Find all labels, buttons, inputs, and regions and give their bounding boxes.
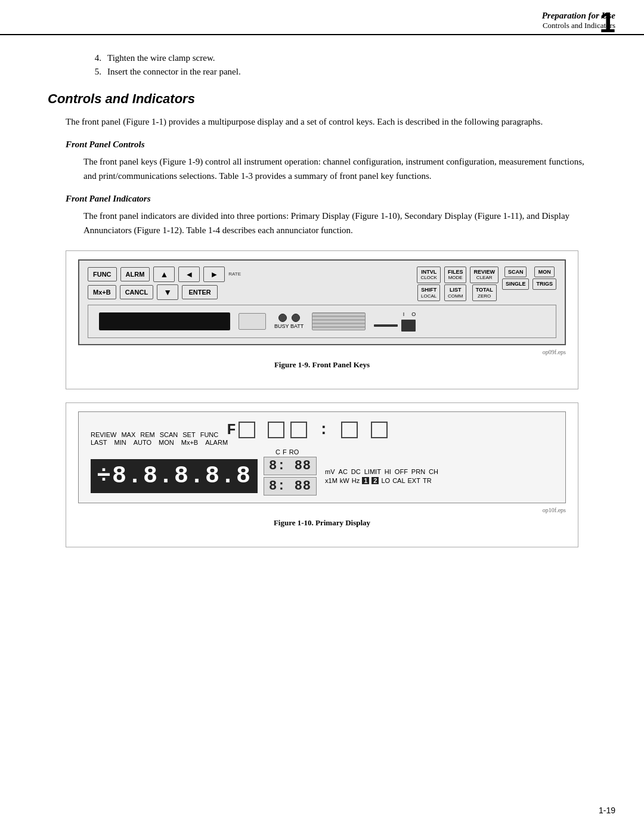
box-1: 1 <box>362 477 369 484</box>
review-key[interactable]: REVIEW CLEAR <box>470 267 499 283</box>
subsection-title-controls: Front Panel Controls <box>66 140 596 150</box>
power-labels: I O <box>403 311 416 317</box>
figure9-caption: Figure 1-9. Front Panel Keys <box>78 360 566 370</box>
busy-batt-group: BUSY BATT <box>274 314 304 329</box>
batt-dot <box>292 314 300 322</box>
subsection-body-controls: The front panel keys (Figure 1-9) contro… <box>83 154 596 183</box>
files-key[interactable]: FILES MODE <box>444 267 467 283</box>
main-7seg-display: ÷8.8.8.8.8 <box>91 459 258 493</box>
intvl-key[interactable]: INTVL CLOCK <box>417 267 441 283</box>
list-item: Tighten the wire clamp screw. <box>83 53 596 63</box>
power-line <box>374 324 398 327</box>
section-title: Controls and Indicators <box>48 91 596 107</box>
pd-top-row2: LAST MIN AUTO MON Mx+B ALARM <box>91 439 228 446</box>
list-key[interactable]: LIST COMM <box>444 284 466 301</box>
alrm-key[interactable]: ALRM <box>120 267 150 281</box>
figure-9-container: FUNC ALRM ▲ ◄ ► RATE Mx+B CANCL ▼ <box>66 250 578 390</box>
power-rect <box>401 320 416 332</box>
single-key[interactable]: SINGLE <box>502 278 530 290</box>
section-intro: The front panel (Figure 1-1) provides a … <box>66 115 596 129</box>
power-group: I O <box>374 311 416 332</box>
small-display-box <box>239 313 266 330</box>
pd-labels-row1: mV AC DC LIMIT HI OFF PRN CH <box>325 468 438 475</box>
enter-key[interactable]: ENTER <box>182 285 218 299</box>
left-keys: FUNC ALRM ▲ ◄ ► RATE Mx+B CANCL ▼ <box>88 267 241 300</box>
panel-display-row: BUSY BATT I O <box>88 305 556 338</box>
cancl-key[interactable]: CANCL <box>120 285 154 299</box>
pd-top-row1: REVIEW MAX REM SCAN SET FUNC <box>91 431 218 438</box>
numbered-list: Tighten the wire clamp screw. Insert the… <box>48 53 596 77</box>
shift-key[interactable]: SHIFT LOCAL <box>417 284 440 301</box>
subsection-body-indicators: The front panel indicators are divided i… <box>83 209 596 237</box>
list-item: Insert the connector in the rear panel. <box>83 67 596 77</box>
main-content: Tighten the wire clamp screw. Insert the… <box>0 35 644 576</box>
pd-right-seg1: F <box>227 422 286 438</box>
right-display-2: 8: 88 <box>264 477 317 496</box>
right-display-1: 8: 88 <box>264 457 317 475</box>
striped-display <box>312 312 366 330</box>
box-2: 2 <box>371 477 379 484</box>
trigs-key[interactable]: TRIGS <box>532 278 556 290</box>
primary-display-diagram: REVIEW MAX REM SCAN SET FUNC F : <box>78 411 566 503</box>
mon-key[interactable]: MON <box>534 267 555 278</box>
main-display-bar <box>99 312 230 330</box>
pd-right-labels: mV AC DC LIMIT HI OFF PRN CH x1M kW Hz 1 <box>325 468 438 484</box>
right-arrow-key[interactable]: ► <box>203 267 225 282</box>
page-header: Preparation for Use Controls and Indicat… <box>0 0 644 35</box>
figure9-eps: op09f.eps <box>543 349 566 355</box>
total-key[interactable]: TOTAL ZERO <box>472 284 497 301</box>
scan-key[interactable]: SCAN <box>504 267 527 278</box>
left-arrow-key[interactable]: ◄ <box>178 267 200 282</box>
up-arrow-key[interactable]: ▲ <box>153 267 175 282</box>
down-arrow-key[interactable]: ▼ <box>157 284 178 300</box>
busy-batt-label: BUSY BATT <box>274 323 304 329</box>
busy-batt-dots <box>278 314 300 322</box>
pd-labels-row2: x1M kW Hz 1 2 LO CAL EXT TR <box>325 477 438 484</box>
pd-right-seg2: : <box>289 422 388 438</box>
busy-dot <box>278 314 287 322</box>
func-key[interactable]: FUNC <box>88 267 117 281</box>
subsection-title-indicators: Front Panel Indicators <box>66 194 596 204</box>
figure10-eps: op10f.eps <box>543 507 566 513</box>
front-panel-keys-diagram: FUNC ALRM ▲ ◄ ► RATE Mx+B CANCL ▼ <box>78 259 566 346</box>
figure-10-container: REVIEW MAX REM SCAN SET FUNC F : <box>66 402 578 547</box>
figure10-caption: Figure 1-10. Primary Display <box>78 518 566 528</box>
rate-label: RATE <box>228 271 241 277</box>
right-keys: INTVL CLOCK SHIFT LOCAL FILES MODE <box>417 267 556 302</box>
page-number: 1-19 <box>599 806 615 815</box>
mxb-key[interactable]: Mx+B <box>88 285 116 299</box>
chapter-number: 1 <box>599 6 615 39</box>
